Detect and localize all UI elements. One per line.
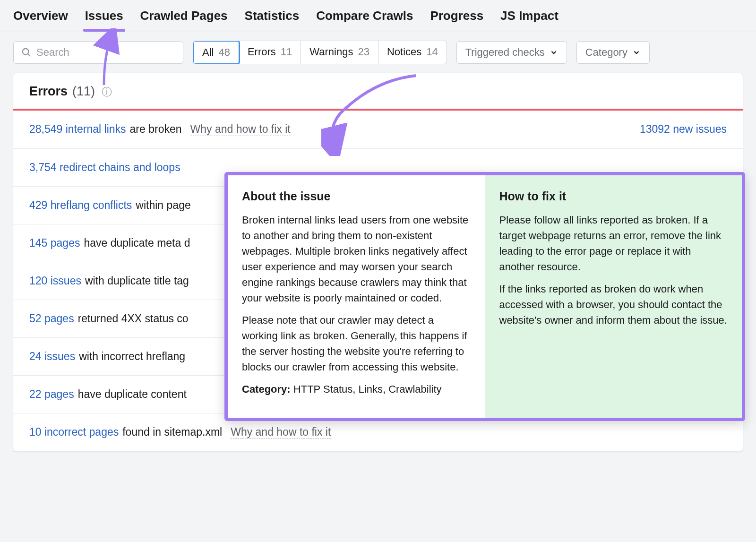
chevron-down-icon [632, 48, 641, 57]
filter-notices-label: Notices [387, 46, 421, 58]
issue-row-left: 10 incorrect pagesfound in sitemap.xmlWh… [29, 426, 331, 439]
issue-description: within page [136, 199, 190, 212]
issue-row-left: 28,549 internal linksare brokenWhy and h… [29, 123, 291, 136]
issue-description: have duplicate content [78, 388, 187, 401]
issue-description: are broken [130, 123, 182, 136]
filter-notices[interactable]: Notices 14 [378, 41, 447, 64]
tab-compare-crawls[interactable]: Compare Crawls [316, 9, 413, 32]
info-icon[interactable]: ⓘ [102, 85, 112, 99]
category-dropdown[interactable]: Category [576, 41, 650, 64]
issue-help-popover: About the issue Broken internal links le… [224, 172, 745, 421]
issue-type-filter: All 48 Errors 11 Warnings 23 Notices 14 [193, 41, 447, 64]
about-issue-heading: About the issue [242, 188, 471, 206]
search-box[interactable] [13, 41, 183, 64]
issue-link[interactable]: 52 pages [29, 312, 74, 325]
issue-row: 28,549 internal linksare brokenWhy and h… [13, 111, 743, 149]
tab-statistics[interactable]: Statistics [245, 9, 300, 32]
main-tabs: Overview Issues Crawled Pages Statistics… [0, 0, 756, 32]
errors-title: Errors [29, 84, 68, 99]
issue-link[interactable]: 3,754 redirect chains and loops [29, 161, 180, 174]
issue-link[interactable]: 145 pages [29, 237, 80, 249]
triggered-checks-dropdown[interactable]: Triggered checks [456, 41, 567, 64]
why-and-how-link[interactable]: Why and how to fix it [231, 426, 331, 439]
search-input[interactable] [36, 46, 175, 59]
issue-row-left: 52 pagesreturned 4XX status co [29, 312, 189, 325]
issue-category-label: Category: [242, 383, 291, 395]
how-to-fix-text-2: If the links reported as broken do work … [499, 281, 728, 328]
tab-js-impact[interactable]: JS Impact [500, 9, 558, 32]
filter-errors[interactable]: Errors 11 [239, 41, 301, 64]
issue-row-left: 3,754 redirect chains and loops [29, 161, 180, 174]
issue-description: with incorrect hreflang [79, 350, 185, 363]
tab-overview[interactable]: Overview [13, 9, 68, 32]
issue-category: Category: HTTP Status, Links, Crawlabili… [242, 381, 471, 397]
errors-card-header: Errors (11) ⓘ [13, 73, 743, 111]
issue-link[interactable]: 22 pages [29, 388, 74, 401]
why-and-how-link[interactable]: Why and how to fix it [190, 123, 291, 136]
issue-description: found in sitemap.xml [122, 426, 222, 439]
triggered-checks-label: Triggered checks [465, 46, 545, 59]
tab-crawled-pages[interactable]: Crawled Pages [140, 9, 228, 32]
about-issue-text-1: Broken internal links lead users from on… [242, 212, 471, 306]
issue-description: with duplicate title tag [85, 275, 189, 287]
issue-row-left: 22 pageshave duplicate content [29, 388, 187, 401]
issue-row-left: 120 issueswith duplicate title tag [29, 275, 189, 287]
issue-row-left: 24 issueswith incorrect hreflang [29, 350, 185, 363]
category-dropdown-label: Category [585, 46, 627, 59]
issue-row-left: 429 hreflang conflictswithin page [29, 199, 191, 212]
issue-link[interactable]: 120 issues [29, 275, 81, 287]
issue-link[interactable]: 429 hreflang conflicts [29, 199, 132, 212]
issue-description: have duplicate meta d [84, 237, 190, 249]
how-to-fix-panel: How to fix it Please follow all links re… [485, 175, 742, 418]
about-issue-panel: About the issue Broken internal links le… [228, 175, 485, 418]
errors-count: (11) [72, 84, 95, 99]
filter-errors-count: 11 [281, 46, 292, 58]
svg-line-1 [28, 54, 31, 57]
tab-progress[interactable]: Progress [430, 9, 483, 32]
issue-link[interactable]: 24 issues [29, 350, 75, 363]
how-to-fix-text-1: Please follow all links reported as brok… [499, 212, 728, 275]
filter-warnings-label: Warnings [309, 46, 353, 58]
filter-all-label: All [202, 46, 214, 59]
chevron-down-icon [550, 48, 558, 57]
about-issue-text-2: Please note that our crawler may detect … [242, 312, 471, 375]
issue-category-value: HTTP Status, Links, Crawlability [293, 383, 442, 395]
search-icon [21, 47, 32, 58]
filter-warnings-count: 23 [358, 46, 369, 58]
tab-issues[interactable]: Issues [85, 9, 123, 32]
issue-row-left: 145 pageshave duplicate meta d [29, 237, 190, 249]
filter-all-count: 48 [218, 46, 230, 59]
filter-all[interactable]: All 48 [193, 41, 240, 64]
how-to-fix-heading: How to fix it [499, 188, 728, 206]
filter-bar: All 48 Errors 11 Warnings 23 Notices 14 … [0, 32, 756, 73]
new-issues-count[interactable]: 13092 new issues [640, 123, 727, 136]
svg-point-0 [23, 49, 29, 55]
filter-warnings[interactable]: Warnings 23 [301, 41, 378, 64]
filter-notices-count: 14 [426, 46, 438, 58]
issue-link[interactable]: 28,549 internal links [29, 123, 126, 136]
issue-description: returned 4XX status co [78, 312, 189, 325]
filter-errors-label: Errors [248, 46, 276, 58]
issue-link[interactable]: 10 incorrect pages [29, 426, 119, 439]
